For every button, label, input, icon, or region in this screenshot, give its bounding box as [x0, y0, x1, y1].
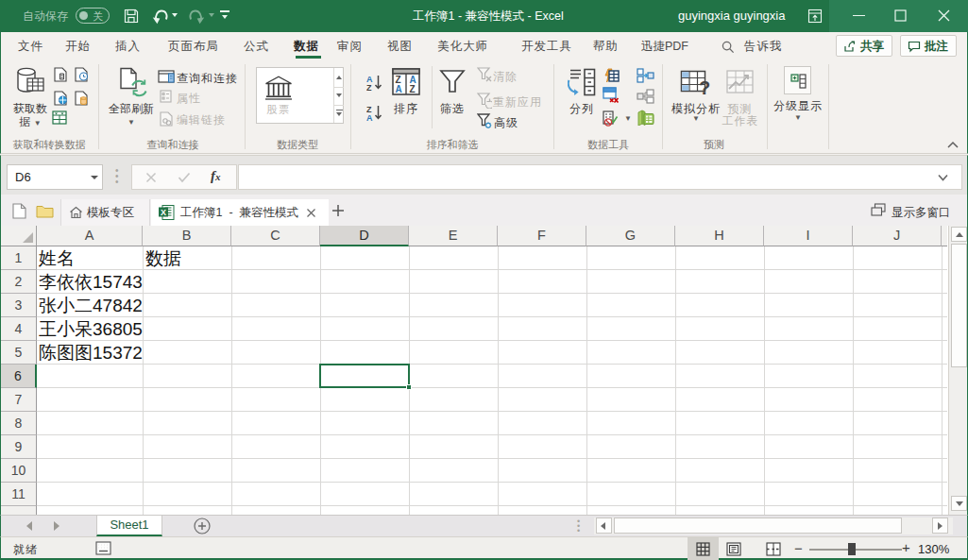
- svg-text:A: A: [396, 84, 402, 94]
- svg-text:X: X: [161, 208, 166, 217]
- svg-text:?: ?: [699, 77, 710, 98]
- svg-text:Z: Z: [410, 84, 416, 94]
- svg-text:A: A: [366, 113, 373, 122]
- svg-text:Z: Z: [366, 83, 372, 92]
